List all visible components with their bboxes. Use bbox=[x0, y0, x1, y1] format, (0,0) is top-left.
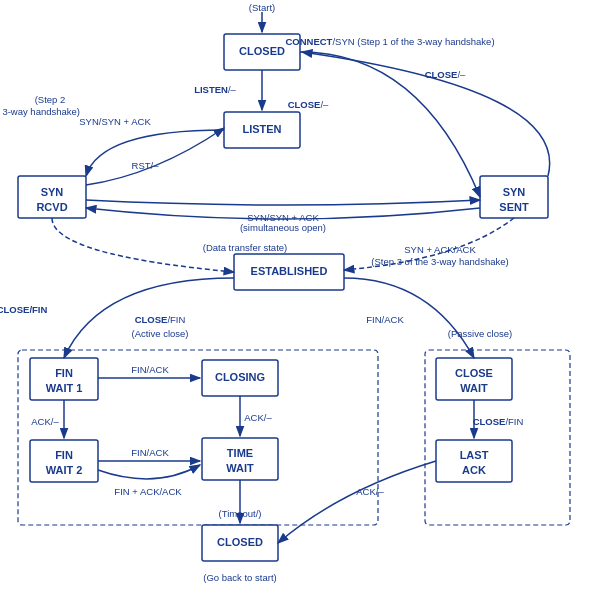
label-synack-ack: SYN + ACK/ACK bbox=[404, 244, 476, 255]
label-close-right: CLOSE/– bbox=[425, 69, 466, 80]
label-close-fin-left: CLOSE/FIN bbox=[0, 304, 47, 315]
label-goback: (Go back to start) bbox=[203, 572, 276, 583]
label-time-wait2: WAIT bbox=[226, 462, 254, 474]
label-close-fin-center: CLOSE/FIN bbox=[135, 314, 186, 325]
label-active-close: (Active close) bbox=[131, 328, 188, 339]
label-simopen2: (simultaneous open) bbox=[240, 222, 326, 233]
label-closed-top: CLOSED bbox=[239, 45, 285, 57]
label-ack-closing: ACK/– bbox=[244, 412, 272, 423]
label-last-ack2: ACK bbox=[462, 464, 486, 476]
label-start: (Start) bbox=[249, 2, 275, 13]
label-fin-ack-right: FIN/ACK bbox=[366, 314, 404, 325]
label-fin-wait1b: WAIT 1 bbox=[46, 382, 83, 394]
label-rst: RST/– bbox=[132, 160, 160, 171]
label-ack-lastack: ACK/– bbox=[356, 486, 384, 497]
label-passive-close: (Passive close) bbox=[448, 328, 512, 339]
label-step2b: of the 3-way handshake) bbox=[0, 106, 80, 117]
arrow-estab-closewait bbox=[344, 278, 474, 358]
label-ack-fw1fw2: ACK/– bbox=[31, 416, 59, 427]
label-fin-ack-fw1: FIN/ACK bbox=[131, 364, 169, 375]
label-connect-syn: CONNECT/SYN (Step 1 of the 3-way handsha… bbox=[285, 36, 494, 47]
label-step3: (Step 3 of the 3-way handshake) bbox=[371, 256, 508, 267]
label-syn-sent: SYN bbox=[503, 186, 526, 198]
label-syn-synack: SYN/SYN + ACK bbox=[79, 116, 151, 127]
label-fin-wait1: FIN bbox=[55, 367, 73, 379]
arrow-synrcvd-synsent bbox=[86, 200, 480, 205]
label-closed-bottom: CLOSED bbox=[217, 536, 263, 548]
label-closing: CLOSING bbox=[215, 371, 265, 383]
label-fin-wait2: FIN bbox=[55, 449, 73, 461]
label-fin-ack-fw2: FIN/ACK bbox=[131, 447, 169, 458]
label-close-wait2: WAIT bbox=[460, 382, 488, 394]
label-listen: LISTEN bbox=[242, 123, 281, 135]
label-data-transfer: (Data transfer state) bbox=[203, 242, 287, 253]
label-step2: (Step 2 bbox=[35, 94, 66, 105]
label-fin-wait2b: WAIT 2 bbox=[46, 464, 83, 476]
label-last-ack: LAST bbox=[460, 449, 489, 461]
label-finack-ack: FIN + ACK/ACK bbox=[114, 486, 182, 497]
label-close-fin-cw: CLOSE/FIN bbox=[473, 416, 524, 427]
label-syn-rcvd2: RCVD bbox=[36, 201, 67, 213]
label-timeout: (Timeout/) bbox=[219, 508, 262, 519]
label-syn-rcvd: SYN bbox=[41, 186, 64, 198]
label-established: ESTABLISHED bbox=[251, 265, 328, 277]
label-listen-trigger: LISTEN/– bbox=[194, 84, 236, 95]
arrow-synrcvd-listen bbox=[86, 128, 224, 185]
arrow-lastack-closed bbox=[278, 461, 436, 543]
arrow-finwait2-timewait2 bbox=[98, 465, 200, 479]
label-close-wait: CLOSE bbox=[455, 367, 493, 379]
label-listen-close: CLOSE/– bbox=[288, 99, 329, 110]
label-time-wait: TIME bbox=[227, 447, 253, 459]
label-syn-sent2: SENT bbox=[499, 201, 529, 213]
